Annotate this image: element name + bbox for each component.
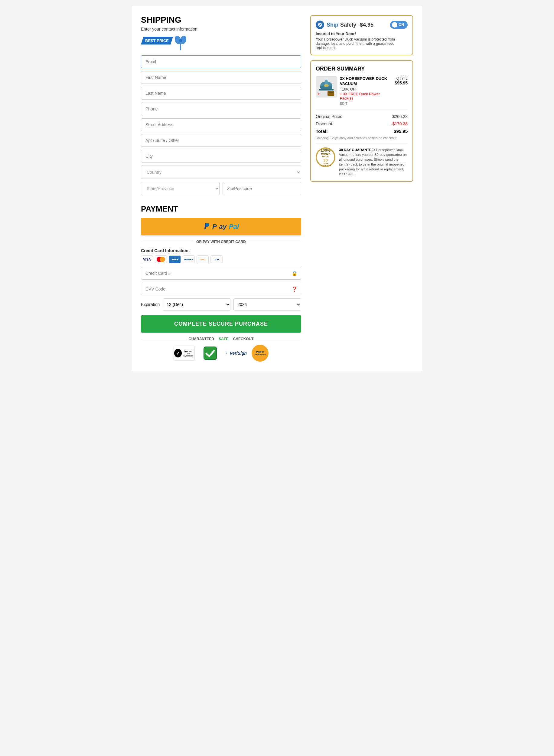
- cvv-field-wrapper: ❓: [141, 283, 301, 295]
- qty-label: QTY: 3: [395, 76, 408, 81]
- item-name: 3X HORSEPOWER DUCK VACUUM: [340, 76, 392, 87]
- card-icons-row: VISA AMEX DINERS DISC JCB: [141, 255, 301, 263]
- country-select[interactable]: Country United States Canada United King…: [141, 165, 301, 179]
- cc-info-label: Credit Card Information:: [141, 248, 301, 253]
- price-label: $95.95: [395, 81, 408, 85]
- product-image: +: [316, 76, 337, 97]
- order-summary-box: ORDER SUMMARY: [310, 60, 413, 182]
- discount-label: Discount:: [316, 121, 333, 126]
- order-totals: Original Price: $266.33 Discount: -$170.…: [316, 109, 408, 140]
- edit-button[interactable]: EDIT: [340, 102, 392, 105]
- norton-sub-label: by Symantec: [183, 353, 194, 357]
- svg-rect-8: [319, 89, 334, 91]
- guaranteed-text: GUARANTEED: [188, 337, 214, 341]
- paypal-p-icon: [203, 223, 209, 230]
- toggle-circle: [392, 22, 397, 28]
- original-price-row: Original Price: $266.33: [316, 113, 408, 120]
- jcb-icon: JCB: [211, 255, 223, 263]
- bbb-badge: [200, 346, 221, 361]
- visa-icon: VISA: [141, 255, 153, 263]
- last-name-input[interactable]: [141, 87, 301, 100]
- exp-year-select[interactable]: 2024 2025 2026 2027 2028 2029: [233, 298, 301, 310]
- paypal-ay-text: ay: [219, 223, 226, 231]
- total-value: $95.95: [394, 129, 408, 134]
- left-column: SHIPPING Enter your contact information:…: [141, 15, 301, 362]
- expiration-row: Expiration 12 (Dec) 01 (Jan) 02 (Feb) 03…: [141, 298, 301, 310]
- ship-safely-toggle[interactable]: ON: [390, 21, 408, 29]
- discover-icon: DISC: [197, 255, 209, 263]
- zip-input[interactable]: [223, 182, 301, 195]
- svg-point-2: [179, 39, 182, 42]
- payment-title: PAYMENT: [141, 204, 301, 214]
- svg-point-10: [324, 84, 329, 87]
- city-input[interactable]: [141, 150, 301, 162]
- best-price-banner: BEST PRICE: [141, 37, 173, 45]
- ship-safely-ship-text: Ship: [327, 22, 338, 28]
- expiration-label: Expiration: [141, 302, 160, 307]
- trust-badges-row: ✓ Norton by Symantec VeriS: [141, 345, 301, 362]
- guarantee-badge-circle: 100% MONEY BACK 30 DAYS GUARANTEE: [316, 147, 335, 167]
- original-price-label: Original Price:: [316, 114, 342, 119]
- guarantee-back: BACK: [322, 155, 329, 158]
- cvv-input[interactable]: [141, 283, 301, 295]
- best-price-ribbon-wrapper: BEST PRICE: [141, 35, 301, 51]
- amex-icon: AMEX: [169, 255, 181, 263]
- insured-text: Your Horsepower Duck Vacuum is protected…: [316, 37, 408, 50]
- verisign-badge: VeriSign: [226, 346, 247, 361]
- or-text: OR PAY WITH CREDIT CARD: [196, 240, 246, 244]
- order-qty-price: QTY: 3 $95.95: [395, 76, 408, 105]
- diners-icon: DINERS: [183, 255, 195, 263]
- verisign-text: VeriSign: [230, 351, 247, 356]
- guarantee-days: 30: [323, 158, 328, 162]
- email-input[interactable]: [141, 55, 301, 68]
- guarantee-bottom: GUARANTEE: [320, 165, 331, 166]
- norton-check-icon: ✓: [174, 349, 181, 357]
- guarantee-text: 30 DAY GUARANTEE: Horsepower Duck Vacuum…: [339, 147, 408, 177]
- order-summary-title: ORDER SUMMARY: [316, 66, 408, 72]
- best-price-label: BEST PRICE: [145, 39, 169, 43]
- original-price-value: $266.33: [392, 114, 408, 119]
- right-column: ShipSafely $4.95 ON Insured to Your Door…: [310, 15, 413, 362]
- shipping-title: SHIPPING: [141, 15, 301, 25]
- verisign-v-icon: [226, 350, 228, 356]
- item-discount: +10% OFF: [340, 87, 392, 91]
- order-item: + 3X HORSEPOWER DUCK VACUUM +10% OFF + 3…: [316, 76, 408, 105]
- svg-text:+: +: [318, 91, 320, 96]
- total-row: Total: $95.95: [316, 128, 408, 135]
- credit-card-field-wrapper: 🔒: [141, 267, 301, 280]
- help-icon: ❓: [291, 286, 297, 292]
- lock-icon: 🔒: [291, 270, 297, 276]
- svg-rect-3: [180, 42, 181, 50]
- phone-input[interactable]: [141, 103, 301, 115]
- shipping-subtitle: Enter your contact information:: [141, 27, 301, 32]
- insured-title: Insured to Your Door!: [316, 32, 408, 36]
- safe-text: SAFE: [219, 337, 228, 341]
- paypal-pal-text: Pal: [229, 223, 239, 231]
- guarantee-badge: 100% MONEY BACK 30 DAYS GUARANTEE: [316, 147, 335, 167]
- discount-row: Discount: -$170.38: [316, 120, 408, 128]
- state-select[interactable]: State/Province Alabama Alaska California…: [141, 182, 220, 195]
- guarantee-money: MONEY: [321, 153, 330, 155]
- ship-safely-header: ShipSafely $4.95 ON: [316, 20, 408, 29]
- complete-purchase-button[interactable]: COMPLETE SECURE PURCHASE: [141, 315, 301, 333]
- credit-card-input[interactable]: [141, 267, 301, 280]
- guarantee-pct: 100%: [321, 148, 331, 153]
- first-name-input[interactable]: [141, 71, 301, 84]
- apt-suite-input[interactable]: [141, 134, 301, 147]
- total-label: Total:: [316, 129, 328, 134]
- guarantee-section: 100% MONEY BACK 30 DAYS GUARANTEE 30 DAY…: [316, 144, 408, 177]
- norton-label: Norton: [183, 350, 194, 353]
- exp-month-select[interactable]: 12 (Dec) 01 (Jan) 02 (Feb) 03 (Mar) 04 (…: [163, 298, 230, 310]
- ship-safely-shield-icon: [316, 20, 324, 29]
- or-divider: OR PAY WITH CREDIT CARD: [141, 240, 301, 244]
- ship-safely-price: $4.95: [360, 22, 374, 28]
- ship-safely-logo: ShipSafely: [327, 22, 356, 28]
- green-check-icon: [203, 346, 217, 360]
- discount-value: -$170.38: [391, 121, 408, 126]
- street-address-input[interactable]: [141, 118, 301, 131]
- state-zip-row: State/Province Alabama Alaska California…: [141, 182, 301, 198]
- ribbon-bow-icon: [175, 35, 186, 51]
- item-free: + 3X FREE Duck Power Pack(s): [340, 92, 392, 100]
- mastercard-icon: [155, 255, 167, 263]
- paypal-button[interactable]: P ay Pal: [141, 218, 301, 236]
